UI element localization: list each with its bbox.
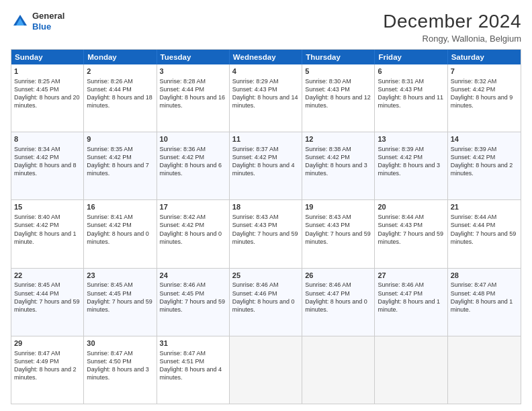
calendar-cell: 14Sunrise: 8:39 AMSunset: 4:42 PMDayligh… — [448, 132, 521, 199]
daylight: Daylight: 7 hours and 59 minutes. — [14, 298, 80, 313]
sunrise: Sunrise: 8:35 AM — [87, 146, 133, 152]
sunset: Sunset: 4:43 PM — [232, 222, 277, 228]
day-number: 1 — [14, 66, 81, 77]
sunset: Sunset: 4:47 PM — [305, 290, 350, 297]
day-number: 27 — [378, 271, 444, 281]
day-number: 13 — [378, 134, 444, 144]
day-number: 28 — [451, 271, 518, 281]
calendar-cell: 4Sunrise: 8:29 AMSunset: 4:43 PMDaylight… — [230, 64, 302, 132]
header-day-tuesday: Tuesday — [157, 50, 230, 64]
daylight: Daylight: 8 hours and 2 minutes. — [451, 162, 513, 177]
day-number: 8 — [14, 134, 81, 144]
calendar-cell: 10Sunrise: 8:36 AMSunset: 4:42 PMDayligh… — [157, 132, 230, 199]
daylight: Daylight: 8 hours and 2 minutes. — [14, 366, 77, 381]
sunrise: Sunrise: 8:28 AM — [160, 78, 206, 85]
sunrise: Sunrise: 8:46 AM — [232, 281, 279, 288]
sunrise: Sunrise: 8:44 AM — [378, 214, 424, 220]
daylight: Daylight: 8 hours and 1 minute. — [378, 298, 440, 313]
sunrise: Sunrise: 8:25 AM — [14, 78, 60, 85]
day-number: 22 — [14, 271, 81, 281]
sunset: Sunset: 4:44 PM — [87, 86, 132, 93]
sunset: Sunset: 4:47 PM — [378, 290, 423, 297]
calendar-cell: 3Sunrise: 8:28 AMSunset: 4:44 PMDaylight… — [157, 64, 230, 132]
sunrise: Sunrise: 8:46 AM — [305, 281, 351, 288]
sunset: Sunset: 4:42 PM — [232, 154, 277, 161]
daylight: Daylight: 7 hours and 59 minutes. — [378, 230, 443, 245]
day-number: 5 — [305, 66, 371, 77]
logo: General Blue — [11, 11, 64, 32]
logo-general: General — [32, 11, 64, 21]
day-number: 17 — [160, 202, 226, 212]
sunrise: Sunrise: 8:38 AM — [305, 146, 351, 152]
day-number: 2 — [87, 66, 153, 77]
sunrise: Sunrise: 8:37 AM — [232, 146, 279, 152]
sunset: Sunset: 4:44 PM — [451, 222, 496, 228]
day-number: 29 — [14, 338, 81, 349]
calendar-cell: 28Sunrise: 8:47 AMSunset: 4:48 PMDayligh… — [448, 269, 521, 336]
calendar-cell: 1Sunrise: 8:25 AMSunset: 4:45 PMDaylight… — [11, 64, 84, 132]
sunset: Sunset: 4:42 PM — [87, 222, 132, 228]
sunrise: Sunrise: 8:40 AM — [14, 214, 60, 220]
sunset: Sunset: 4:50 PM — [87, 358, 132, 365]
month-title: December 2024 — [383, 11, 521, 32]
sunset: Sunset: 4:46 PM — [232, 290, 277, 297]
logo-icon — [11, 12, 30, 31]
calendar-row-4: 22Sunrise: 8:45 AMSunset: 4:44 PMDayligh… — [11, 268, 521, 336]
header-day-saturday: Saturday — [448, 50, 521, 64]
calendar-cell: 27Sunrise: 8:46 AMSunset: 4:47 PMDayligh… — [375, 269, 447, 336]
sunrise: Sunrise: 8:47 AM — [14, 350, 60, 357]
daylight: Daylight: 8 hours and 9 minutes. — [451, 94, 513, 109]
sunrise: Sunrise: 8:31 AM — [378, 78, 424, 85]
calendar-cell: 19Sunrise: 8:43 AMSunset: 4:43 PMDayligh… — [302, 200, 375, 267]
calendar-row-5: 29Sunrise: 8:47 AMSunset: 4:49 PMDayligh… — [11, 336, 521, 404]
daylight: Daylight: 8 hours and 7 minutes. — [87, 162, 149, 177]
day-number: 25 — [232, 271, 299, 281]
day-number: 26 — [305, 271, 371, 281]
calendar-header: SundayMondayTuesdayWednesdayThursdayFrid… — [11, 50, 521, 64]
sunrise: Sunrise: 8:34 AM — [14, 146, 60, 152]
logo-text: General Blue — [32, 11, 64, 32]
calendar-cell — [448, 336, 521, 404]
header: General Blue December 2024 Rongy, Wallon… — [11, 11, 521, 44]
sunset: Sunset: 4:45 PM — [160, 290, 205, 297]
title-block: December 2024 Rongy, Wallonia, Belgium — [383, 11, 521, 44]
calendar-row-2: 8Sunrise: 8:34 AMSunset: 4:42 PMDaylight… — [11, 132, 521, 199]
day-number: 20 — [378, 202, 444, 212]
sunset: Sunset: 4:43 PM — [378, 86, 423, 93]
day-number: 3 — [160, 66, 226, 77]
sunrise: Sunrise: 8:32 AM — [451, 78, 497, 85]
calendar-cell — [302, 336, 375, 404]
sunrise: Sunrise: 8:29 AM — [232, 78, 279, 85]
daylight: Daylight: 7 hours and 59 minutes. — [87, 298, 152, 313]
calendar-cell: 11Sunrise: 8:37 AMSunset: 4:42 PMDayligh… — [230, 132, 302, 199]
day-number: 15 — [14, 202, 81, 212]
calendar-body: 1Sunrise: 8:25 AMSunset: 4:45 PMDaylight… — [11, 64, 521, 404]
day-number: 19 — [305, 202, 371, 212]
calendar-row-3: 15Sunrise: 8:40 AMSunset: 4:42 PMDayligh… — [11, 199, 521, 267]
sunset: Sunset: 4:44 PM — [14, 290, 59, 297]
sunset: Sunset: 4:43 PM — [305, 86, 350, 93]
day-number: 11 — [232, 134, 299, 144]
calendar-cell: 5Sunrise: 8:30 AMSunset: 4:43 PMDaylight… — [302, 64, 375, 132]
day-number: 23 — [87, 271, 153, 281]
calendar-cell: 26Sunrise: 8:46 AMSunset: 4:47 PMDayligh… — [302, 269, 375, 336]
sunset: Sunset: 4:42 PM — [378, 154, 423, 161]
sunset: Sunset: 4:45 PM — [87, 290, 132, 297]
sunset: Sunset: 4:42 PM — [160, 154, 205, 161]
sunrise: Sunrise: 8:47 AM — [451, 281, 497, 288]
sunset: Sunset: 4:43 PM — [378, 222, 423, 228]
calendar-cell: 7Sunrise: 8:32 AMSunset: 4:42 PMDaylight… — [448, 64, 521, 132]
sunset: Sunset: 4:43 PM — [232, 86, 277, 93]
day-number: 31 — [160, 338, 226, 349]
calendar-cell: 25Sunrise: 8:46 AMSunset: 4:46 PMDayligh… — [230, 269, 302, 336]
day-number: 12 — [305, 134, 371, 144]
sunset: Sunset: 4:48 PM — [451, 290, 496, 297]
calendar-cell: 18Sunrise: 8:43 AMSunset: 4:43 PMDayligh… — [230, 200, 302, 267]
header-day-friday: Friday — [375, 50, 447, 64]
sunset: Sunset: 4:44 PM — [160, 86, 205, 93]
calendar-cell: 30Sunrise: 8:47 AMSunset: 4:50 PMDayligh… — [84, 336, 157, 404]
calendar-cell: 16Sunrise: 8:41 AMSunset: 4:42 PMDayligh… — [84, 200, 157, 267]
calendar-cell: 9Sunrise: 8:35 AMSunset: 4:42 PMDaylight… — [84, 132, 157, 199]
day-number: 30 — [87, 338, 153, 349]
sunset: Sunset: 4:42 PM — [14, 222, 59, 228]
